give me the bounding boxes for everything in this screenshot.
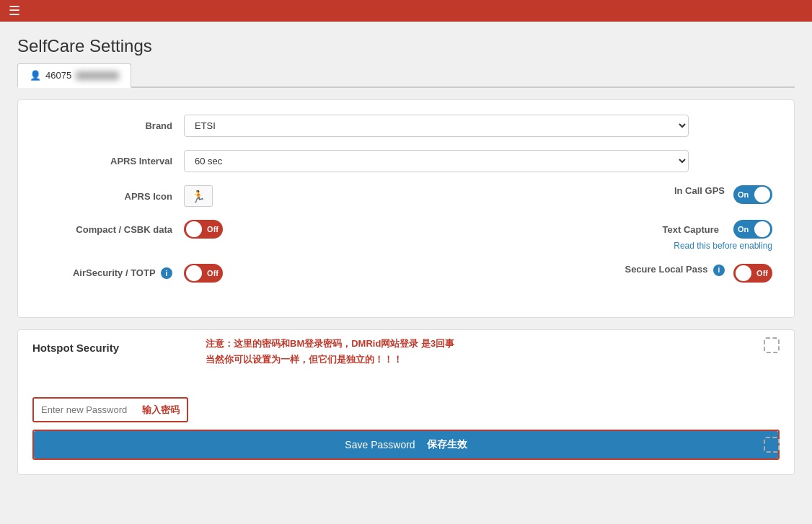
hotspot-panel: Hotspot Security 注意：这里的密码和BM登录密码，DMRid网站… [17,329,795,475]
airsecurity-toggle-label: Off [207,269,219,277]
in-call-gps-col: In Call GPS On [406,185,772,204]
brand-select[interactable]: ETSI FCC IC [184,115,689,137]
password-input-wrapper: 输入密码 [32,397,188,422]
compact-csbk-label: Compact / CSBK data [40,224,184,235]
aprs-icon-label: APRS Icon [40,191,184,202]
save-btn-wrapper: Save Password 保存生效 [32,430,780,460]
save-btn-cn: 保存生效 [427,438,467,451]
tab-userid: 46075 [45,70,71,81]
user-icon: 👤 [30,70,41,81]
secure-pass-col: Secure Local Pass i Off [406,264,772,283]
brand-select-wrapper: ETSI FCC IC [184,115,689,137]
settings-panel: Brand ETSI FCC IC APRS Interval 60 sec 3… [17,99,795,318]
airsecurity-toggle[interactable]: Off [184,264,223,283]
checkbox-bottom-right[interactable] [764,437,780,453]
toggle-knob-2 [186,221,202,237]
aprs-icon-gps-row: APRS Icon 🏃 In Call GPS On [40,185,772,207]
aprs-icon-col: APRS Icon 🏃 [40,185,406,207]
text-capture-toggle-label: On [738,225,749,234]
save-password-button[interactable]: Save Password 保存生效 [34,431,778,458]
text-capture-toggle[interactable]: On [733,220,772,239]
read-this-link[interactable]: Read this before enabling [674,241,772,251]
airsecurity-info-icon[interactable]: i [161,267,172,279]
tab-main[interactable]: 👤 46075 [17,63,131,88]
password-label-cn: 输入密码 [135,404,187,417]
in-call-gps-toggle[interactable]: On [733,185,772,204]
aprs-icon-char: 🏃 [191,190,206,203]
aprs-interval-select-wrapper: 60 sec 30 sec 120 sec 300 sec [184,150,689,172]
tab-bar: 👤 46075 [17,63,795,88]
annotation-line2: 当然你可以设置为一样，但它们是独立的！！！ [206,352,751,368]
hamburger-icon[interactable]: ☰ [9,3,20,19]
toggle-knob-4 [186,265,202,281]
brand-row: Brand ETSI FCC IC [40,115,772,137]
toggle-knob [754,187,770,203]
page-content: SelfCare Settings 👤 46075 Brand ETSI FCC… [0,22,812,501]
text-capture-section: Text Capture On Read this before enablin… [663,220,773,251]
secure-local-pass-label: Secure Local Pass i [625,264,733,276]
save-btn-label: Save Password [345,439,415,450]
toggle-knob-5 [736,265,751,281]
in-call-gps-label: In Call GPS [674,185,733,196]
page-title: SelfCare Settings [17,36,795,56]
compact-csbk-col: Compact / CSBK data Off [40,220,406,239]
secure-local-pass-toggle-label: Off [756,269,768,277]
password-row: 输入密码 [32,397,780,422]
aprs-interval-label: APRS Interval [40,156,184,166]
text-capture-col: Text Capture On Read this before enablin… [406,220,772,251]
hotspot-title: Hotspot Security [32,342,780,354]
top-navbar: ☰ [0,0,812,22]
secure-pass-info-icon[interactable]: i [713,265,725,276]
secure-local-pass-toggle[interactable]: Off [733,264,772,283]
compact-csbk-toggle-label: Off [207,225,219,234]
in-call-gps-toggle-label: On [738,190,749,199]
checkbox-top-right[interactable] [764,337,780,353]
airsecurity-col: AirSecurity / TOTP i Off [40,264,406,283]
aprs-interval-select[interactable]: 60 sec 30 sec 120 sec 300 sec [184,150,689,172]
compact-textcapture-row: Compact / CSBK data Off Text Capture On [40,220,772,251]
brand-label: Brand [40,120,184,131]
text-capture-label: Text Capture [663,224,728,235]
compact-csbk-toggle[interactable]: Off [184,220,223,239]
airsecurity-label: AirSecurity / TOTP i [40,267,184,280]
aprs-icon-box[interactable]: 🏃 [184,185,213,207]
airsecurity-securepass-row: AirSecurity / TOTP i Off Secure Local Pa… [40,264,772,283]
tab-blurred-name [76,71,119,80]
toggle-knob-3 [754,221,770,237]
password-input[interactable] [34,399,135,421]
aprs-interval-row: APRS Interval 60 sec 30 sec 120 sec 300 … [40,150,772,172]
